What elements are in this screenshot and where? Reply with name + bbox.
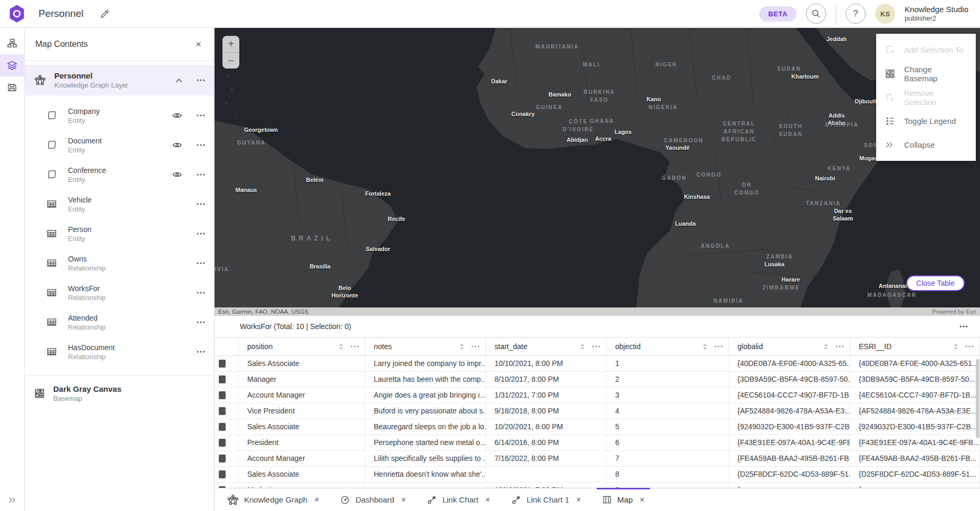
row-checkbox[interactable] (219, 455, 226, 462)
layer-group-personnel[interactable]: Personnel Knowledge Graph Layer (25, 65, 214, 95)
layer-item-conference[interactable]: ConferenceEntity (25, 160, 214, 189)
cell-globalid: {9249032D-E300-41B5-937F-C2B... (729, 419, 850, 435)
layer-item-vehicle[interactable]: VehicleEntity (25, 189, 214, 219)
tab-dashboard[interactable]: Dashboard× (329, 488, 416, 511)
rail-item-save[interactable] (0, 76, 25, 99)
tab-close-icon[interactable]: × (401, 496, 406, 504)
help-button[interactable]: ? (846, 4, 866, 24)
basemap-item[interactable]: Dark Gray Canvas Basemap (25, 377, 214, 410)
row-checkbox[interactable] (219, 360, 226, 368)
table-row: Account ManagerAngie does a great job br… (215, 388, 980, 403)
eye-icon[interactable] (172, 110, 182, 121)
table-options-icon[interactable] (959, 322, 968, 331)
app-name: Knowledge Studio (905, 4, 968, 15)
more-options-icon[interactable] (196, 229, 206, 238)
table-row: Marketing12/10/2021, 7:00 PM9{...{... (215, 483, 980, 488)
tab-close-icon[interactable]: × (314, 496, 319, 504)
layer-item-owns[interactable]: OwnsRelationship (25, 248, 214, 278)
cell-esri_id: {FE4A59AB-BAA2-495B-B261-FB... (850, 451, 980, 466)
sort-carets-icon[interactable] (953, 343, 959, 351)
cell-globalid: {FE4A59AB-BAA2-495B-B261-FB... (729, 451, 850, 466)
search-button[interactable] (806, 4, 826, 24)
rail-item-layers[interactable] (0, 54, 25, 76)
more-options-icon[interactable] (196, 170, 206, 179)
double-chevron-right-icon[interactable] (8, 496, 17, 505)
tab-link-chart-1[interactable]: Link Chart 1× (501, 488, 591, 511)
layer-item-document[interactable]: DocumentEntity (25, 130, 214, 160)
more-options-icon[interactable] (196, 317, 206, 327)
close-table-button[interactable]: Close Table (906, 275, 965, 291)
row-checkbox[interactable] (219, 470, 226, 478)
sort-carets-icon[interactable] (579, 343, 586, 351)
menu-item-change-basemap[interactable]: Change Basemap (876, 62, 976, 85)
chevron-up-icon[interactable] (176, 78, 182, 83)
column-header-label: objectid (615, 342, 641, 351)
row-select-cell (215, 388, 239, 403)
row-checkbox[interactable] (219, 391, 226, 399)
row-checkbox[interactable] (219, 439, 226, 447)
more-options-icon[interactable] (196, 111, 206, 120)
edit-pencil-icon[interactable] (100, 9, 110, 19)
table-icon (46, 228, 59, 239)
map-canvas[interactable]: JeddahKhartoumDakarBamakoKanoConakryDjib… (215, 28, 980, 316)
layer-item-company[interactable]: CompanyEntity (25, 101, 214, 130)
column-header-globalid: globalid (729, 338, 850, 355)
menu-item-collapse[interactable]: Collapse (876, 133, 976, 157)
sort-carets-icon[interactable] (702, 343, 708, 351)
avatar[interactable]: KS (875, 4, 895, 24)
cell-objectid: 2 (607, 372, 729, 387)
tab-close-icon[interactable]: × (576, 496, 581, 504)
column-header-controls (702, 342, 723, 351)
panel-divider (25, 375, 214, 375)
close-icon[interactable]: × (196, 39, 201, 49)
cell-objectid: 6 (607, 435, 729, 450)
rail-item-sitemap[interactable] (0, 32, 25, 54)
layer-type: Relationship (68, 323, 106, 331)
table-row: Account ManagerLilith specifically sells… (215, 451, 980, 467)
tab-close-icon[interactable]: × (639, 496, 644, 504)
tab-map[interactable]: Map× (591, 488, 655, 511)
column-options-icon[interactable] (835, 342, 845, 351)
more-options-icon[interactable] (196, 288, 206, 297)
more-options-icon[interactable] (196, 199, 206, 209)
column-options-icon[interactable] (350, 342, 360, 351)
zoom-in-button[interactable]: + (222, 36, 239, 52)
column-options-icon[interactable] (714, 342, 723, 351)
layer-type: Relationship (68, 264, 106, 272)
layer-actions (172, 169, 206, 180)
layer-actions (196, 317, 206, 327)
row-checkbox[interactable] (219, 423, 226, 431)
more-options-icon[interactable] (196, 140, 206, 150)
zoom-out-button[interactable]: − (222, 52, 239, 69)
menu-item-toggle-legend[interactable]: Toggle Legend (876, 109, 976, 133)
layer-item-worksfor[interactable]: WorksForRelationship (25, 278, 214, 307)
panel-title: Map Contents (35, 40, 88, 49)
tab-close-icon[interactable]: × (486, 496, 490, 504)
tab-knowledge-graph[interactable]: Knowledge Graph× (217, 488, 329, 511)
more-options-icon[interactable] (196, 347, 206, 356)
table-scrollbar[interactable] (976, 358, 979, 487)
cell-start_date: 10/10/2021, 8:00 PM (486, 356, 607, 371)
eye-icon[interactable] (172, 169, 182, 180)
sort-carets-icon[interactable] (823, 343, 829, 351)
column-options-icon[interactable] (471, 342, 480, 351)
eye-icon[interactable] (172, 140, 182, 150)
row-checkbox[interactable] (219, 407, 226, 415)
layer-item-hasdocument[interactable]: HasDocumentRelationship (25, 337, 214, 367)
layer-item-person[interactable]: PersonEntity (25, 219, 214, 248)
more-options-icon[interactable] (196, 258, 206, 268)
column-options-icon[interactable] (965, 342, 974, 351)
user-block[interactable]: Knowledge Studio publisher2 (905, 4, 968, 23)
layer-item-attended[interactable]: AttendedRelationship (25, 307, 214, 337)
table-icon (46, 198, 59, 210)
sort-carets-icon[interactable] (459, 343, 465, 351)
menu-item-label: Add Selection To (904, 45, 963, 54)
column-options-icon[interactable] (591, 342, 601, 351)
more-options-icon[interactable] (196, 75, 206, 85)
layer-name: Owns (68, 255, 106, 263)
tab-link-chart[interactable]: Link Chart× (416, 488, 501, 511)
row-checkbox[interactable] (219, 375, 226, 383)
menu-item-remove-selection: Remove Selection (876, 85, 976, 109)
sort-carets-icon[interactable] (338, 343, 344, 351)
layer-text: ConferenceEntity (68, 166, 106, 184)
